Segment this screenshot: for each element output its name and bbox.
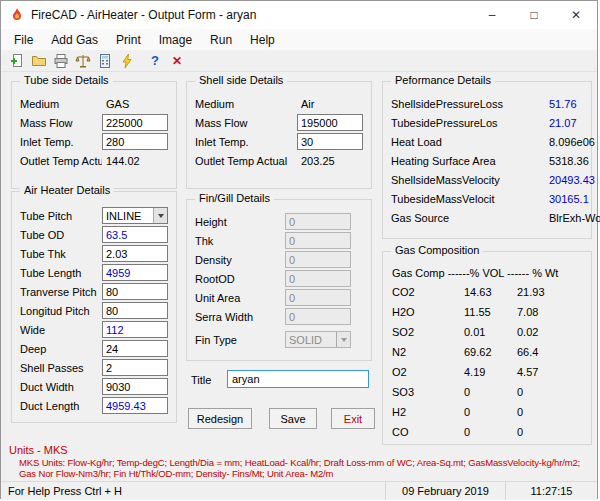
gas-name: SO3 <box>392 386 464 398</box>
duct-length-row: Duct Length <box>12 396 176 415</box>
air-heater-title: Air Heater Details <box>20 184 114 196</box>
exit-icon[interactable]: ✕ <box>167 51 187 70</box>
close-button[interactable]: ✕ <box>555 1 597 29</box>
help-icon[interactable]: ? <box>145 51 165 70</box>
shell-outlet-temp-value: 203.25 <box>297 155 363 167</box>
menu-image[interactable]: Image <box>150 30 201 50</box>
gas-row-h2o: H2O 11.55 7.08 <box>383 302 591 322</box>
tube-length-row: Tube Length <box>12 263 176 282</box>
duct-length-label: Duct Length <box>20 400 102 412</box>
chevron-down-icon <box>153 208 167 223</box>
gas-row-so2: SO2 0.01 0.02 <box>383 322 591 342</box>
fin-unit-area-input <box>285 289 351 306</box>
tube-mass-flow-input[interactable] <box>102 114 168 131</box>
menu-help[interactable]: Help <box>241 30 284 50</box>
deep-label: Deep <box>20 343 102 355</box>
menu-file[interactable]: File <box>5 30 42 50</box>
fin-density-input <box>285 251 351 268</box>
tube-mass-flow-row: Mass Flow <box>12 113 176 132</box>
fin-type-row: Fin Type SOLID <box>187 330 371 349</box>
gas-row-h2: H2 0 0 <box>383 402 591 422</box>
heating-surface-area-label: Heating Surface Area <box>391 155 549 167</box>
scale-icon[interactable] <box>73 51 93 70</box>
tube-thk-row: Tube Thk <box>12 244 176 263</box>
window-title: FireCAD - AirHeater - Output Form - arya… <box>31 8 256 22</box>
heat-load-label: Heat Load <box>391 136 549 148</box>
tube-od-label: Tube OD <box>20 229 102 241</box>
gas-vol: 0 <box>464 426 517 438</box>
title-input[interactable] <box>227 370 369 388</box>
tube-inlet-temp-input[interactable] <box>102 133 168 150</box>
wide-label: Wide <box>20 324 102 336</box>
tube-thk-input[interactable] <box>102 245 168 262</box>
tube-inlet-temp-row: Inlet Temp. <box>12 132 176 151</box>
transverse-pitch-input[interactable] <box>102 283 168 300</box>
gas-name: CO2 <box>392 286 464 298</box>
gas-wt: 0 <box>517 426 582 438</box>
exit-button[interactable]: Exit <box>331 408 375 429</box>
gas-row-so3: SO3 0 0 <box>383 382 591 402</box>
duct-length-input[interactable] <box>102 397 168 414</box>
maximize-button[interactable]: □ <box>513 1 555 29</box>
fin-height-row: Height <box>187 212 371 231</box>
wide-input[interactable] <box>102 321 168 338</box>
tube-od-input[interactable] <box>102 226 168 243</box>
shell-mass-flow-input[interactable] <box>297 114 363 131</box>
redesign-button[interactable]: Redesign <box>188 408 252 429</box>
tube-side-group: Tube side Details Medium GAS Mass Flow I… <box>11 81 177 189</box>
menu-run[interactable]: Run <box>201 30 241 50</box>
fin-type-select: SOLID <box>285 331 351 348</box>
gas-wt: 7.08 <box>517 306 582 318</box>
fin-height-input <box>285 213 351 230</box>
tube-outlet-temp-value: 144.02 <box>102 155 168 167</box>
gas-wt: 0.02 <box>517 326 582 338</box>
fin-serra-width-input <box>285 308 351 325</box>
shellside-mass-velocity-label: ShellsideMassVelocity <box>391 174 549 186</box>
deep-input[interactable] <box>102 340 168 357</box>
gas-composition-header: Gas Comp ------% VOL ------ % Wt <box>383 264 591 282</box>
gas-composition-group: Gas Composition Gas Comp ------% VOL ---… <box>382 251 592 445</box>
menu-print[interactable]: Print <box>107 30 150 50</box>
shell-side-title: Shell side Details <box>195 74 287 86</box>
gas-name: O2 <box>392 366 464 378</box>
fin-type-label: Fin Type <box>195 334 285 346</box>
gas-row-co: CO 0 0 <box>383 422 591 442</box>
shell-passes-input[interactable] <box>102 359 168 376</box>
gas-wt: 66.4 <box>517 346 582 358</box>
toolbar: ? ✕ <box>1 50 597 72</box>
new-icon[interactable] <box>7 51 27 70</box>
shell-side-group: Shell side Details Medium Air Mass Flow … <box>186 81 372 189</box>
shell-inlet-temp-label: Inlet Temp. <box>195 136 297 148</box>
shell-inlet-temp-row: Inlet Temp. <box>187 132 371 151</box>
save-button[interactable]: Save <box>269 408 317 429</box>
gas-vol: 14.63 <box>464 286 517 298</box>
longitud-pitch-input[interactable] <box>102 302 168 319</box>
shell-inlet-temp-input[interactable] <box>297 133 363 150</box>
tube-pitch-select[interactable]: INLINE <box>102 207 168 224</box>
tube-outlet-temp-row: Outlet Temp Actual 144.02 <box>12 151 176 170</box>
duct-width-input[interactable] <box>102 378 168 395</box>
tube-pitch-value: INLINE <box>103 210 153 222</box>
run-icon[interactable] <box>117 51 137 70</box>
minimize-button[interactable]: – <box>471 1 513 29</box>
deep-row: Deep <box>12 339 176 358</box>
perf-row: Gas Source BlrExh-WoodF <box>383 208 591 227</box>
tube-length-input[interactable] <box>102 264 168 281</box>
fin-serra-width-row: Serra Width <box>187 307 371 326</box>
gas-row-n2: N2 69.62 66.4 <box>383 342 591 362</box>
gas-name: N2 <box>392 346 464 358</box>
print-icon[interactable] <box>51 51 71 70</box>
calculator-icon[interactable] <box>95 51 115 70</box>
gas-vol: 0 <box>464 406 517 418</box>
perf-row: ShellsideMassVelocity 20493.43 <box>383 170 591 189</box>
shell-mass-flow-row: Mass Flow <box>187 113 371 132</box>
open-folder-icon[interactable] <box>29 51 49 70</box>
gas-row-o2: O2 4.19 4.57 <box>383 362 591 382</box>
fin-density-label: Density <box>195 254 285 266</box>
transverse-pitch-label: Tranverse Pitch <box>20 286 102 298</box>
shell-mass-flow-label: Mass Flow <box>195 117 297 129</box>
mks-units-line1: MKS Units: Flow-Kg/hr; Temp-degC; Length… <box>19 457 580 468</box>
menu-add-gas[interactable]: Add Gas <box>42 30 107 50</box>
titlebar: FireCAD - AirHeater - Output Form - arya… <box>1 1 597 29</box>
fin-unit-area-label: Unit Area <box>195 292 285 304</box>
